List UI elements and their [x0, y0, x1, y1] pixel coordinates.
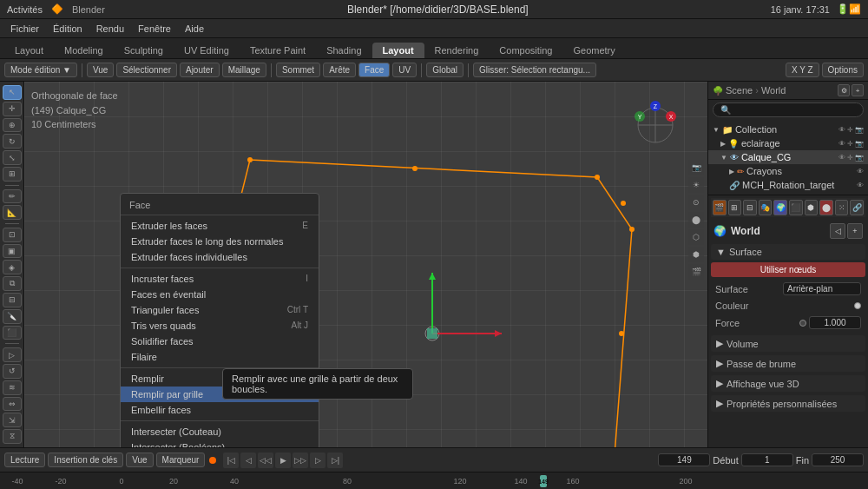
affichage-3d-title[interactable]: ▶ Affichage vue 3D: [711, 375, 865, 392]
camera-icon-btn[interactable]: 📷: [688, 160, 704, 175]
add-btn[interactable]: Ajouter: [180, 63, 220, 77]
smooth-btn[interactable]: ≋: [3, 380, 22, 395]
frame-end-field[interactable]: 250: [812, 453, 864, 466]
tree-eye-icon-4[interactable]: 👁: [857, 168, 864, 175]
wire-icon-btn[interactable]: ⬡: [688, 229, 704, 245]
slide-btn[interactable]: Glisser: Sélection rectangu...: [473, 63, 596, 77]
overlay-icon-btn[interactable]: ⊙: [688, 195, 704, 210]
intersect-bool-item[interactable]: Intersecter (Booléens): [121, 439, 319, 447]
next-keyframe-btn[interactable]: ▷▷: [293, 453, 308, 468]
tl-view-btn[interactable]: Vue: [126, 453, 153, 467]
extrude-along-normals-item[interactable]: Extruder faces le long des normales: [121, 234, 319, 249]
tree-mch-rotation[interactable]: 🔗 MCH_Rotation_target 👁: [708, 178, 868, 192]
tris-to-quads-item[interactable]: Tris vers quads Alt J: [121, 318, 319, 334]
force-field[interactable]: 1.000: [809, 316, 861, 329]
scale-tool-btn[interactable]: ⤡: [3, 150, 22, 165]
tree-cursor-icon-3[interactable]: ✛: [847, 154, 853, 162]
tree-eye-icon-5[interactable]: 👁: [857, 182, 864, 189]
tree-calque-cg[interactable]: ▼ 👁 Calque_CG 👁 ✛ 📷: [708, 150, 868, 164]
spin-btn[interactable]: ↺: [3, 364, 22, 379]
tree-cursor-icon[interactable]: ✛: [847, 126, 853, 134]
material-props-icon[interactable]: ⬤: [819, 200, 833, 215]
skip-end-btn[interactable]: ▷|: [327, 453, 343, 468]
playback-mode-btn[interactable]: Lecture: [4, 453, 45, 467]
menu-fenetre[interactable]: Fenêtre: [132, 22, 177, 36]
outliner-add-btn[interactable]: +: [852, 84, 864, 96]
tab-texturepaint[interactable]: Texture Paint: [240, 43, 316, 58]
tree-cursor-icon-2[interactable]: ✛: [847, 140, 853, 148]
beautify-faces-item[interactable]: Embellir faces: [121, 402, 319, 418]
tree-render-icon[interactable]: 📷: [855, 126, 864, 134]
frame-start-field[interactable]: 1: [741, 453, 793, 466]
nl-current-marker[interactable]: 149: [540, 475, 547, 487]
triangulate-faces-item[interactable]: Trianguler faces Ctrl T: [121, 302, 319, 318]
next-frame-btn[interactable]: ▷: [310, 453, 326, 468]
prev-keyframe-btn[interactable]: ◁◁: [258, 453, 273, 468]
volume-title[interactable]: ▶ Volume: [711, 335, 865, 352]
outliner-search[interactable]: [713, 102, 864, 117]
uv-btn[interactable]: UV: [392, 63, 417, 77]
extrude-faces-item[interactable]: Extruder les faces E: [121, 218, 319, 234]
shear-btn[interactable]: ⧖: [3, 429, 22, 444]
obj-props-icon[interactable]: ⬛: [789, 200, 803, 215]
render-props-icon[interactable]: 🎬: [713, 200, 727, 215]
light-icon-btn[interactable]: ☀: [688, 177, 704, 193]
key-insert-btn[interactable]: Insertion de clés: [48, 453, 123, 467]
outliner-filter-btn[interactable]: ⚙: [838, 84, 850, 96]
world-browse-btn[interactable]: ◁: [830, 223, 845, 239]
viewport[interactable]: Orthogonale de face (149) Calque_CG 10 C…: [24, 82, 707, 447]
tree-crayons[interactable]: ▶ ✏ Crayons 👁: [708, 164, 868, 178]
tab-sculpting[interactable]: Sculpting: [114, 43, 174, 58]
output-props-icon[interactable]: ⊞: [728, 200, 742, 215]
bevel-btn[interactable]: ◈: [3, 260, 22, 274]
tab-layout-active[interactable]: Layout: [372, 43, 424, 58]
tab-rendering[interactable]: Rendering: [424, 43, 490, 58]
utiliser-noeuds-btn[interactable]: Utiliser nœuds: [711, 262, 865, 277]
mode-btn[interactable]: Mode édition ▼: [4, 63, 77, 77]
prev-frame-btn[interactable]: ◁: [240, 453, 256, 468]
inset-faces-item[interactable]: Incruster faces I: [121, 271, 319, 287]
surface-title[interactable]: ▼ Surface: [711, 244, 865, 260]
tree-eye-icon[interactable]: 👁: [838, 126, 845, 134]
shrink-btn[interactable]: ⇲: [3, 413, 22, 427]
menu-fichier[interactable]: Fichier: [4, 22, 45, 36]
move-tool-btn[interactable]: ⊕: [3, 118, 22, 133]
wireframe-item[interactable]: Filaire: [121, 349, 319, 365]
intersect-knife-item[interactable]: Intersecter (Couteau): [121, 424, 319, 439]
select-btn[interactable]: Sélectionner: [116, 63, 177, 77]
custom-props-title[interactable]: ▶ Propriétés personnalisées: [711, 395, 865, 412]
passe-brume-title[interactable]: ▶ Passe de brume: [711, 355, 865, 372]
global-btn[interactable]: Global: [426, 63, 464, 77]
annotate-btn[interactable]: ✏: [3, 189, 22, 204]
view-layer-icon[interactable]: ⊟: [743, 200, 757, 215]
loop-cut-btn[interactable]: ⧉: [3, 276, 22, 291]
couleur-dot[interactable]: [854, 302, 861, 309]
render-icon-btn[interactable]: 🎬: [688, 264, 704, 280]
tree-eye-icon-3[interactable]: 👁: [838, 154, 845, 162]
material-icon-btn[interactable]: ⬤: [688, 212, 704, 228]
rotate-tool-btn[interactable]: ↻: [3, 134, 22, 149]
options-btn[interactable]: Options: [822, 63, 864, 77]
xyz-btn[interactable]: X Y Z: [786, 63, 819, 77]
bisect-btn[interactable]: ⬛: [3, 326, 22, 340]
frame-current-display[interactable]: 149: [658, 453, 710, 466]
tree-render-icon-2[interactable]: 📷: [855, 140, 864, 148]
surface-dropdown[interactable]: Arrière-plan: [783, 282, 861, 295]
transform-tool-btn[interactable]: ⊞: [3, 167, 22, 182]
face-btn[interactable]: Face: [358, 63, 390, 77]
cursor-tool-btn[interactable]: ✛: [3, 102, 22, 116]
particles-icon[interactable]: ⁙: [835, 200, 849, 215]
extrude-btn[interactable]: ⊡: [3, 228, 22, 242]
offset-btn[interactable]: ⊟: [3, 293, 22, 307]
edge-slide-btn[interactable]: ⇔: [3, 397, 22, 412]
solid-icon-btn[interactable]: ⬢: [688, 247, 704, 262]
tab-shading[interactable]: Shading: [316, 43, 372, 58]
activities-label[interactable]: Activités: [7, 4, 43, 15]
mesh-props-icon[interactable]: ⬢: [805, 200, 819, 215]
knife-btn[interactable]: 🔪: [3, 309, 22, 324]
world-new-btn[interactable]: +: [847, 223, 863, 239]
tab-compositing[interactable]: Compositing: [489, 43, 562, 58]
edge-btn[interactable]: Arête: [323, 63, 356, 77]
tree-eye-icon-2[interactable]: 👁: [838, 140, 845, 148]
tab-modeling[interactable]: Modeling: [54, 43, 114, 58]
